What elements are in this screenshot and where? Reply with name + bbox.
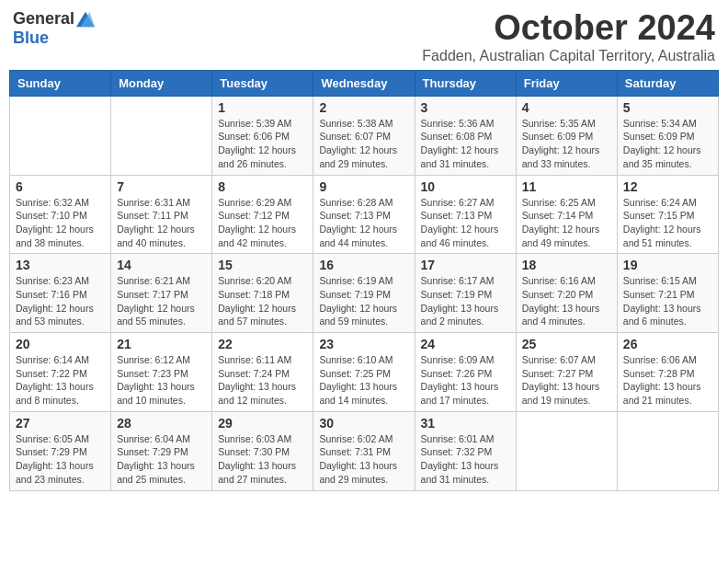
calendar-cell: 4Sunrise: 5:35 AMSunset: 6:09 PMDaylight… (516, 96, 617, 175)
calendar-cell: 31Sunrise: 6:01 AMSunset: 7:32 PMDayligh… (415, 411, 516, 490)
calendar-week-row: 1Sunrise: 5:39 AMSunset: 6:06 PMDaylight… (10, 96, 719, 175)
day-number: 30 (319, 416, 408, 431)
calendar-week-row: 13Sunrise: 6:23 AMSunset: 7:16 PMDayligh… (10, 254, 719, 333)
day-number: 9 (319, 179, 408, 194)
day-info: Sunrise: 6:09 AMSunset: 7:26 PMDaylight:… (421, 353, 510, 408)
day-number: 26 (623, 337, 712, 351)
calendar-week-row: 20Sunrise: 6:14 AMSunset: 7:22 PMDayligh… (10, 333, 719, 412)
day-number: 6 (16, 179, 105, 194)
day-info: Sunrise: 6:31 AMSunset: 7:11 PMDaylight:… (117, 196, 206, 250)
day-info: Sunrise: 6:03 AMSunset: 7:30 PMDaylight:… (218, 432, 307, 487)
calendar-cell (10, 96, 111, 175)
page-header: General Blue October 2024 Fadden, Austra… (9, 9, 719, 64)
day-info: Sunrise: 5:38 AMSunset: 6:07 PMDaylight:… (319, 117, 408, 171)
day-number: 28 (117, 416, 206, 431)
day-number: 29 (218, 416, 307, 431)
calendar-cell: 24Sunrise: 6:09 AMSunset: 7:26 PMDayligh… (415, 333, 516, 412)
day-number: 22 (218, 337, 307, 351)
day-number: 13 (16, 258, 105, 272)
day-info: Sunrise: 6:02 AMSunset: 7:31 PMDaylight:… (319, 432, 408, 487)
calendar-cell: 9Sunrise: 6:28 AMSunset: 7:13 PMDaylight… (313, 175, 415, 254)
day-info: Sunrise: 6:12 AMSunset: 7:23 PMDaylight:… (117, 353, 206, 408)
calendar-cell: 28Sunrise: 6:04 AMSunset: 7:29 PMDayligh… (111, 411, 212, 490)
day-info: Sunrise: 6:11 AMSunset: 7:24 PMDaylight:… (218, 353, 307, 408)
calendar-cell: 12Sunrise: 6:24 AMSunset: 7:15 PMDayligh… (617, 175, 718, 254)
day-info: Sunrise: 6:24 AMSunset: 7:15 PMDaylight:… (623, 196, 712, 250)
calendar-header-monday: Monday (111, 70, 212, 96)
day-info: Sunrise: 6:28 AMSunset: 7:13 PMDaylight:… (319, 196, 408, 250)
day-info: Sunrise: 6:14 AMSunset: 7:22 PMDaylight:… (16, 353, 105, 408)
calendar-cell: 7Sunrise: 6:31 AMSunset: 7:11 PMDaylight… (111, 175, 212, 254)
calendar-cell: 5Sunrise: 5:34 AMSunset: 6:09 PMDaylight… (617, 96, 718, 175)
day-info: Sunrise: 6:05 AMSunset: 7:29 PMDaylight:… (16, 432, 105, 487)
calendar-cell: 25Sunrise: 6:07 AMSunset: 7:27 PMDayligh… (516, 333, 617, 412)
calendar-cell: 16Sunrise: 6:19 AMSunset: 7:19 PMDayligh… (313, 254, 415, 333)
day-number: 17 (421, 258, 510, 272)
logo-blue-text: Blue (13, 29, 49, 48)
day-info: Sunrise: 6:32 AMSunset: 7:10 PMDaylight:… (16, 196, 105, 250)
calendar-cell: 8Sunrise: 6:29 AMSunset: 7:12 PMDaylight… (212, 175, 313, 254)
day-info: Sunrise: 5:34 AMSunset: 6:09 PMDaylight:… (623, 117, 712, 171)
day-info: Sunrise: 6:20 AMSunset: 7:18 PMDaylight:… (218, 274, 307, 328)
calendar-header-row: SundayMondayTuesdayWednesdayThursdayFrid… (10, 70, 719, 96)
calendar-cell (516, 411, 617, 490)
day-info: Sunrise: 6:29 AMSunset: 7:12 PMDaylight:… (218, 196, 307, 250)
location-title: Fadden, Australian Capital Territory, Au… (422, 48, 715, 64)
day-info: Sunrise: 6:19 AMSunset: 7:19 PMDaylight:… (319, 274, 408, 328)
calendar-cell: 30Sunrise: 6:02 AMSunset: 7:31 PMDayligh… (313, 411, 415, 490)
day-number: 1 (218, 100, 307, 115)
day-number: 15 (218, 258, 307, 272)
month-title: October 2024 (422, 9, 715, 48)
calendar-cell: 1Sunrise: 5:39 AMSunset: 6:06 PMDaylight… (212, 96, 313, 175)
calendar-week-row: 6Sunrise: 6:32 AMSunset: 7:10 PMDaylight… (10, 175, 719, 254)
day-number: 7 (117, 179, 206, 194)
day-number: 11 (522, 179, 611, 194)
calendar-cell: 29Sunrise: 6:03 AMSunset: 7:30 PMDayligh… (212, 411, 313, 490)
day-info: Sunrise: 6:27 AMSunset: 7:13 PMDaylight:… (421, 196, 510, 250)
logo-icon (76, 11, 95, 28)
calendar-header-thursday: Thursday (415, 70, 516, 96)
day-info: Sunrise: 6:17 AMSunset: 7:19 PMDaylight:… (421, 274, 510, 328)
day-info: Sunrise: 6:01 AMSunset: 7:32 PMDaylight:… (421, 432, 510, 487)
calendar-cell: 2Sunrise: 5:38 AMSunset: 6:07 PMDaylight… (313, 96, 415, 175)
calendar-cell (617, 411, 718, 490)
day-number: 25 (522, 337, 611, 351)
day-info: Sunrise: 5:36 AMSunset: 6:08 PMDaylight:… (421, 117, 510, 171)
logo: General Blue (13, 9, 95, 48)
day-number: 2 (319, 100, 408, 115)
day-number: 19 (623, 258, 712, 272)
calendar-table: SundayMondayTuesdayWednesdayThursdayFrid… (9, 70, 719, 491)
day-info: Sunrise: 6:06 AMSunset: 7:28 PMDaylight:… (623, 353, 712, 408)
calendar-cell: 26Sunrise: 6:06 AMSunset: 7:28 PMDayligh… (617, 333, 718, 412)
day-info: Sunrise: 6:10 AMSunset: 7:25 PMDaylight:… (319, 353, 408, 408)
calendar-cell: 3Sunrise: 5:36 AMSunset: 6:08 PMDaylight… (415, 96, 516, 175)
day-number: 8 (218, 179, 307, 194)
calendar-cell: 6Sunrise: 6:32 AMSunset: 7:10 PMDaylight… (10, 175, 111, 254)
day-info: Sunrise: 5:35 AMSunset: 6:09 PMDaylight:… (522, 117, 611, 171)
day-info: Sunrise: 6:25 AMSunset: 7:14 PMDaylight:… (522, 196, 611, 250)
day-info: Sunrise: 6:21 AMSunset: 7:17 PMDaylight:… (117, 274, 206, 328)
calendar-cell: 10Sunrise: 6:27 AMSunset: 7:13 PMDayligh… (415, 175, 516, 254)
calendar-header-saturday: Saturday (617, 70, 718, 96)
title-section: October 2024 Fadden, Australian Capital … (422, 9, 715, 64)
day-number: 16 (319, 258, 408, 272)
day-info: Sunrise: 5:39 AMSunset: 6:06 PMDaylight:… (218, 117, 307, 171)
calendar-cell: 21Sunrise: 6:12 AMSunset: 7:23 PMDayligh… (111, 333, 212, 412)
calendar-cell: 18Sunrise: 6:16 AMSunset: 7:20 PMDayligh… (516, 254, 617, 333)
day-number: 14 (117, 258, 206, 272)
day-number: 24 (421, 337, 510, 351)
day-info: Sunrise: 6:04 AMSunset: 7:29 PMDaylight:… (117, 432, 206, 487)
calendar-cell: 14Sunrise: 6:21 AMSunset: 7:17 PMDayligh… (111, 254, 212, 333)
day-number: 31 (421, 416, 510, 431)
calendar-cell: 23Sunrise: 6:10 AMSunset: 7:25 PMDayligh… (313, 333, 415, 412)
day-info: Sunrise: 6:07 AMSunset: 7:27 PMDaylight:… (522, 353, 611, 408)
day-info: Sunrise: 6:16 AMSunset: 7:20 PMDaylight:… (522, 274, 611, 328)
day-number: 10 (421, 179, 510, 194)
day-number: 12 (623, 179, 712, 194)
day-info: Sunrise: 6:15 AMSunset: 7:21 PMDaylight:… (623, 274, 712, 328)
calendar-header-friday: Friday (516, 70, 617, 96)
day-number: 18 (522, 258, 611, 272)
calendar-header-wednesday: Wednesday (313, 70, 415, 96)
calendar-week-row: 27Sunrise: 6:05 AMSunset: 7:29 PMDayligh… (10, 411, 719, 490)
calendar-cell: 27Sunrise: 6:05 AMSunset: 7:29 PMDayligh… (10, 411, 111, 490)
